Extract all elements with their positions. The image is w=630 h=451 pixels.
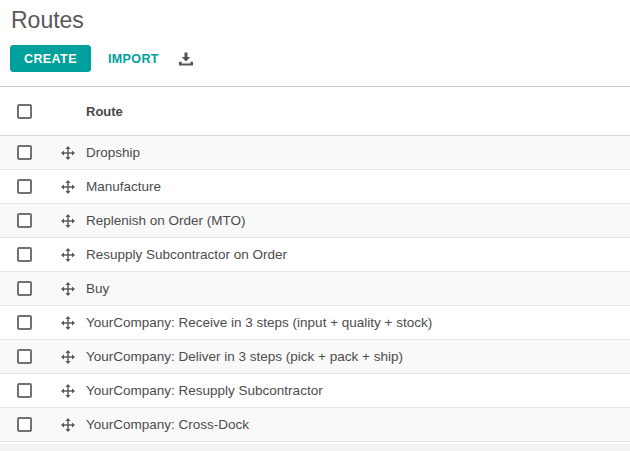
row-handle-cell — [48, 146, 86, 160]
row-checkbox-cell — [0, 213, 48, 228]
table-row[interactable]: Resupply Subcontractor on Order — [0, 238, 630, 272]
row-handle-cell — [48, 248, 86, 262]
select-all-checkbox[interactable] — [17, 104, 32, 119]
table-row[interactable]: YourCompany: Deliver in 3 steps (pick + … — [0, 340, 630, 374]
drag-handle-icon[interactable] — [61, 180, 75, 194]
download-icon — [178, 51, 194, 67]
column-header-route[interactable]: Route — [86, 104, 123, 119]
route-name: YourCompany: Resupply Subcontractor — [86, 383, 323, 398]
table-row[interactable]: YourCompany: Cross-Dock — [0, 408, 630, 442]
row-checkbox[interactable] — [17, 145, 32, 160]
drag-handle-icon[interactable] — [61, 418, 75, 432]
row-checkbox[interactable] — [17, 213, 32, 228]
table-row[interactable]: YourCompany: Receive in 3 steps (input +… — [0, 306, 630, 340]
drag-handle-icon[interactable] — [61, 282, 75, 296]
table-row[interactable]: Replenish on Order (MTO) — [0, 204, 630, 238]
table-header-row: Route — [0, 87, 630, 136]
drag-handle-icon[interactable] — [61, 248, 75, 262]
row-checkbox-cell — [0, 383, 48, 398]
row-checkbox[interactable] — [17, 179, 32, 194]
drag-handle-icon[interactable] — [61, 350, 75, 364]
row-handle-cell — [48, 418, 86, 432]
row-handle-cell — [48, 282, 86, 296]
table-row[interactable]: Buy — [0, 272, 630, 306]
row-checkbox-cell — [0, 247, 48, 262]
routes-table: Route Dropship — [0, 86, 630, 451]
route-name: Dropship — [86, 145, 140, 160]
header-checkbox-cell — [0, 104, 48, 119]
table-row[interactable]: Manufacture — [0, 170, 630, 204]
route-name: YourCompany: Deliver in 3 steps (pick + … — [86, 349, 403, 364]
next-row-partial — [0, 444, 630, 451]
row-checkbox-cell — [0, 417, 48, 432]
route-name: Resupply Subcontractor on Order — [86, 247, 287, 262]
drag-handle-icon[interactable] — [61, 214, 75, 228]
row-checkbox-cell — [0, 315, 48, 330]
row-checkbox-cell — [0, 349, 48, 364]
routes-list-view: Routes CREATE IMPORT Route — [0, 6, 630, 451]
page-title: Routes — [11, 6, 630, 34]
row-checkbox-cell — [0, 179, 48, 194]
table-row[interactable]: YourCompany: Resupply Subcontractor — [0, 374, 630, 408]
row-handle-cell — [48, 214, 86, 228]
row-checkbox[interactable] — [17, 247, 32, 262]
row-checkbox-cell — [0, 145, 48, 160]
row-checkbox[interactable] — [17, 281, 32, 296]
row-handle-cell — [48, 316, 86, 330]
drag-handle-icon[interactable] — [61, 316, 75, 330]
row-checkbox-cell — [0, 281, 48, 296]
row-handle-cell — [48, 180, 86, 194]
row-checkbox[interactable] — [17, 349, 32, 364]
control-panel: CREATE IMPORT — [10, 45, 630, 72]
table-row[interactable]: Dropship — [0, 136, 630, 170]
row-handle-cell — [48, 350, 86, 364]
route-name: YourCompany: Cross-Dock — [86, 417, 249, 432]
create-button[interactable]: CREATE — [10, 45, 91, 72]
row-checkbox[interactable] — [17, 315, 32, 330]
row-handle-cell — [48, 384, 86, 398]
route-name: YourCompany: Receive in 3 steps (input +… — [86, 315, 432, 330]
drag-handle-icon[interactable] — [61, 384, 75, 398]
route-name: Replenish on Order (MTO) — [86, 213, 246, 228]
table-body: Dropship Manufacture — [0, 136, 630, 442]
route-name: Manufacture — [86, 179, 161, 194]
drag-handle-icon[interactable] — [61, 146, 75, 160]
import-button[interactable]: IMPORT — [106, 45, 161, 72]
export-button[interactable] — [178, 51, 194, 67]
row-checkbox[interactable] — [17, 383, 32, 398]
route-name: Buy — [86, 281, 109, 296]
row-checkbox[interactable] — [17, 417, 32, 432]
